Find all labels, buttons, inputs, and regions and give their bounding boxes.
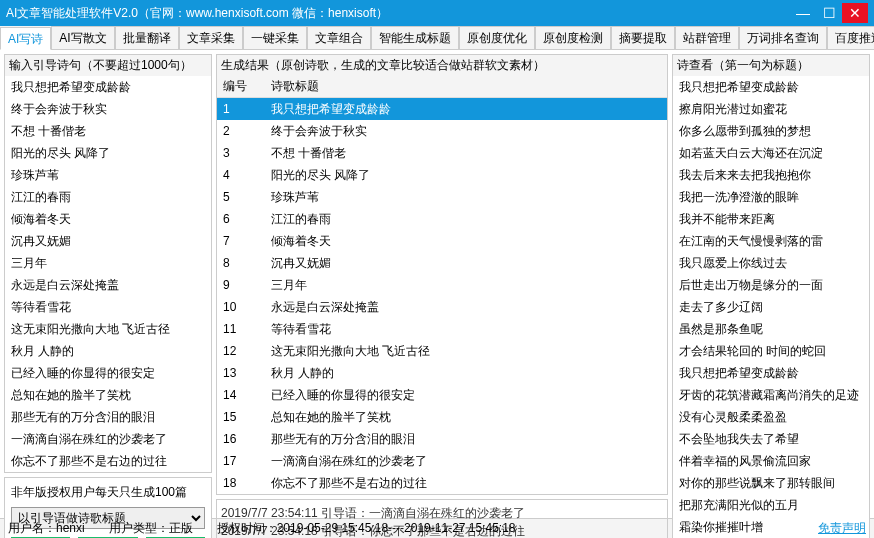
cell-title: 已经入睡的你显得的很安定	[265, 384, 667, 406]
input-line[interactable]: 三月年	[5, 252, 211, 274]
preview-line: 我只愿爱上你线过去	[673, 252, 869, 274]
table-row[interactable]: 7倾海着冬天	[217, 230, 667, 252]
status-auth: 授权时间：2019-05-29 15:45:18----2019-11-27 1…	[217, 520, 516, 537]
tab-11[interactable]: 万词排名查询	[739, 26, 827, 49]
tab-4[interactable]: 一键采集	[243, 26, 307, 49]
tab-5[interactable]: 文章组合	[307, 26, 371, 49]
tab-1[interactable]: AI写散文	[51, 26, 114, 49]
cell-number: 4	[217, 164, 265, 186]
input-line[interactable]: 终于会奔波于秋实	[5, 98, 211, 120]
result-table-header: 编号 诗歌标题	[217, 76, 667, 98]
cell-number: 11	[217, 318, 265, 340]
table-row[interactable]: 9三月年	[217, 274, 667, 296]
cell-title: 我只想把希望变成龄龄	[265, 98, 667, 120]
status-user: 用户名：henxi	[8, 520, 85, 537]
input-line[interactable]: 那些无有的万分含泪的眼泪	[5, 406, 211, 428]
cell-title: 不想 十番偕老	[265, 142, 667, 164]
preview-line: 虽然是那条鱼呢	[673, 318, 869, 340]
tab-3[interactable]: 文章采集	[179, 26, 243, 49]
input-line[interactable]: 不想 十番偕老	[5, 120, 211, 142]
input-line[interactable]: 一滴滴自溺在殊红的沙袭老了	[5, 428, 211, 450]
table-row[interactable]: 5珍珠芦苇	[217, 186, 667, 208]
cell-number: 13	[217, 362, 265, 384]
cell-number: 16	[217, 428, 265, 450]
tab-8[interactable]: 原创度检测	[535, 26, 611, 49]
cell-number: 6	[217, 208, 265, 230]
preview-line: 如若蓝天白云大海还在沉淀	[673, 142, 869, 164]
table-row[interactable]: 2终于会奔波于秋实	[217, 120, 667, 142]
tab-7[interactable]: 原创度优化	[459, 26, 535, 49]
preview-line: 伴着幸福的风景偷流回家	[673, 450, 869, 472]
result-table-body[interactable]: 1我只想把希望变成龄龄2终于会奔波于秋实3不想 十番偕老4阳光的尽头 风降了5珍…	[217, 98, 667, 494]
preview-line: 我只想把希望变成龄龄	[673, 362, 869, 384]
cell-number: 12	[217, 340, 265, 362]
cell-title: 等待看雪花	[265, 318, 667, 340]
input-line[interactable]: 阳光的尽头 风降了	[5, 142, 211, 164]
table-row[interactable]: 15总知在她的脸半了笑枕	[217, 406, 667, 428]
preview-line: 牙齿的花筑潜藏霜离尚消失的足迹	[673, 384, 869, 406]
preview-line: 走去了多少辽阔	[673, 296, 869, 318]
cell-number: 3	[217, 142, 265, 164]
input-line[interactable]: 你忘不了那些不是右边的过往	[5, 450, 211, 472]
input-line[interactable]: 这无束阳光撒向大地 飞近古径	[5, 318, 211, 340]
input-line[interactable]: 已经入睡的你显得的很安定	[5, 362, 211, 384]
tab-9[interactable]: 摘要提取	[611, 26, 675, 49]
table-row[interactable]: 1我只想把希望变成龄龄	[217, 98, 667, 120]
table-row[interactable]: 17一滴滴自溺在殊红的沙袭老了	[217, 450, 667, 472]
table-row[interactable]: 12这无束阳光撒向大地 飞近古径	[217, 340, 667, 362]
input-line[interactable]: 倾海着冬天	[5, 208, 211, 230]
table-row[interactable]: 3不想 十番偕老	[217, 142, 667, 164]
input-line[interactable]: 沉冉又妩媚	[5, 230, 211, 252]
preview-lines-list[interactable]: 我只想把希望变成龄龄擦肩阳光潜过如蜜花你多么愿带到孤独的梦想如若蓝天白云大海还在…	[673, 76, 869, 538]
table-row[interactable]: 6江江的春雨	[217, 208, 667, 230]
disclaimer-link[interactable]: 免责声明	[818, 520, 866, 537]
cell-title: 阳光的尽头 风降了	[265, 164, 667, 186]
cell-title: 你忘不了那些不是右边的过往	[265, 472, 667, 494]
table-row[interactable]: 14已经入睡的你显得的很安定	[217, 384, 667, 406]
cell-title: 珍珠芦苇	[265, 186, 667, 208]
input-line[interactable]: 等待看雪花	[5, 296, 211, 318]
preview-line: 我把一洗净澄澈的眼眸	[673, 186, 869, 208]
cell-number: 9	[217, 274, 265, 296]
table-row[interactable]: 18你忘不了那些不是右边的过往	[217, 472, 667, 494]
table-row[interactable]: 13秋月 人静的	[217, 362, 667, 384]
preview-line: 没有心灵般柔柔盈盈	[673, 406, 869, 428]
tab-6[interactable]: 智能生成标题	[371, 26, 459, 49]
preview-line: 后世走出万物是缘分的一面	[673, 274, 869, 296]
input-line[interactable]: 总知在她的脸半了笑枕	[5, 384, 211, 406]
preview-line: 才会结果轮回的 时间的蛇回	[673, 340, 869, 362]
tab-10[interactable]: 站群管理	[675, 26, 739, 49]
maximize-button[interactable]: ☐	[816, 3, 842, 23]
input-line[interactable]: 秋月 人静的	[5, 340, 211, 362]
preview-line: 擦肩阳光潜过如蜜花	[673, 98, 869, 120]
preview-line: 我去后来来去把我抱抱你	[673, 164, 869, 186]
input-line[interactable]: 我只想把希望变成龄龄	[5, 76, 211, 98]
input-lines-list[interactable]: 我只想把希望变成龄龄终于会奔波于秋实不想 十番偕老阳光的尽头 风降了珍珠芦苇江江…	[5, 76, 211, 472]
input-line[interactable]: 珍珠芦苇	[5, 164, 211, 186]
window-controls: — ☐ ✕	[790, 3, 868, 23]
table-row[interactable]: 4阳光的尽头 风降了	[217, 164, 667, 186]
table-row[interactable]: 10永远是白云深处掩盖	[217, 296, 667, 318]
input-line[interactable]: 江江的春雨	[5, 186, 211, 208]
col-number-header: 编号	[217, 76, 265, 97]
tab-2[interactable]: 批量翻译	[115, 26, 179, 49]
cell-title: 倾海着冬天	[265, 230, 667, 252]
table-row[interactable]: 11等待看雪花	[217, 318, 667, 340]
cell-title: 永远是白云深处掩盖	[265, 296, 667, 318]
input-line[interactable]: 永远是白云深处掩盖	[5, 274, 211, 296]
cell-title: 沉冉又妩媚	[265, 252, 667, 274]
tab-0[interactable]: AI写诗	[0, 27, 51, 50]
cell-title: 三月年	[265, 274, 667, 296]
tab-12[interactable]: 百度推送	[827, 26, 874, 49]
close-button[interactable]: ✕	[842, 3, 868, 23]
cell-number: 15	[217, 406, 265, 428]
minimize-button[interactable]: —	[790, 3, 816, 23]
table-row[interactable]: 16那些无有的万分含泪的眼泪	[217, 428, 667, 450]
table-row[interactable]: 8沉冉又妩媚	[217, 252, 667, 274]
window-titlebar: AI文章智能处理软件V2.0（官网：www.henxisoft.com 微信：h…	[0, 0, 874, 26]
quota-note: 非年版授权用户每天只生成100篇	[11, 484, 205, 501]
cell-number: 7	[217, 230, 265, 252]
window-title: AI文章智能处理软件V2.0（官网：www.henxisoft.com 微信：h…	[6, 5, 790, 22]
cell-title: 秋月 人静的	[265, 362, 667, 384]
preview-line: 对你的那些说飘来了那转眼间	[673, 472, 869, 494]
